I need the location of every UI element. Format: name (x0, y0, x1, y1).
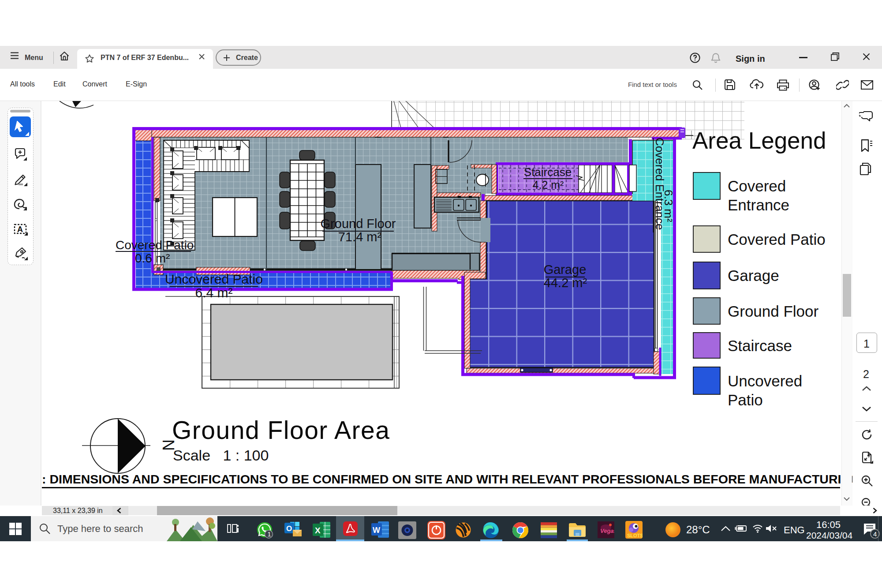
svg-text:Entrance: Entrance (728, 196, 789, 213)
svg-text:4: 4 (873, 530, 877, 538)
svg-text:Covered Patio: Covered Patio (728, 231, 826, 248)
svg-text:O: O (286, 524, 292, 533)
svg-text:Staircase: Staircase (728, 337, 792, 354)
svg-text:Ground Floor Area: Ground Floor Area (172, 416, 390, 444)
svg-text:Patio: Patio (728, 391, 763, 408)
svg-text:X: X (315, 526, 321, 535)
svg-text:Covered Patio: Covered Patio (116, 238, 194, 252)
svg-text:SLOTS: SLOTS (627, 533, 643, 538)
svg-text:71.4 m²: 71.4 m² (338, 230, 382, 244)
svg-text:W: W (373, 526, 380, 535)
svg-text:4.2 m²: 4.2 m² (533, 179, 564, 191)
svg-text:Garage: Garage (728, 267, 779, 284)
svg-text:Ground Floor: Ground Floor (321, 217, 396, 231)
svg-text:Garage: Garage (544, 262, 587, 277)
svg-text:Covered: Covered (728, 177, 786, 195)
svg-text:: DIMENSIONS AND SPECIFICATION: : DIMENSIONS AND SPECIFICATIONS TO BE CO… (42, 472, 882, 486)
svg-text:Ground Floor: Ground Floor (728, 303, 819, 320)
svg-text:6.4 m²: 6.4 m² (195, 285, 232, 300)
svg-text:Uncovered Patio: Uncovered Patio (165, 272, 263, 286)
svg-text:44.2 m²: 44.2 m² (544, 276, 587, 290)
svg-text:6.3 m²: 6.3 m² (662, 190, 675, 222)
svg-text:0.6 m²: 0.6 m² (135, 251, 170, 265)
svg-text:Uncovered: Uncovered (728, 372, 802, 390)
svg-text:1: 1 (268, 531, 271, 538)
svg-text:A: A (17, 225, 23, 234)
svg-text:Staircase: Staircase (524, 165, 572, 179)
svg-text:Scale 1 : 100: Scale 1 : 100 (173, 447, 269, 464)
svg-text:Area Legend: Area Legend (692, 127, 826, 154)
svg-text:Vegas: Vegas (600, 528, 614, 534)
